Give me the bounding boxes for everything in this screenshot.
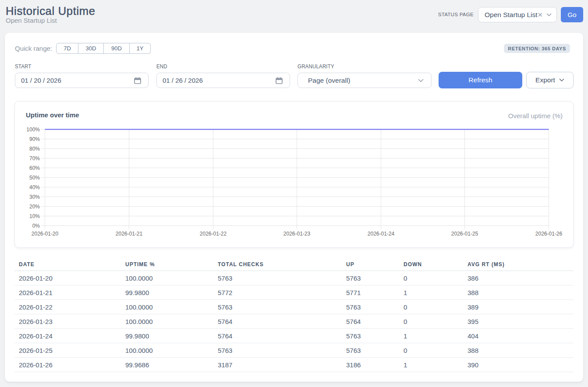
svg-text:90%: 90% (29, 136, 40, 142)
svg-text:2026-01-21: 2026-01-21 (116, 231, 143, 237)
svg-text:40%: 40% (29, 184, 40, 190)
svg-text:70%: 70% (29, 155, 40, 162)
svg-text:0%: 0% (32, 223, 40, 229)
svg-text:2026-01-23: 2026-01-23 (283, 231, 311, 237)
svg-text:2026-01-22: 2026-01-22 (200, 231, 227, 237)
svg-text:60%: 60% (29, 165, 40, 171)
svg-text:2026-01-26: 2026-01-26 (535, 231, 563, 237)
svg-text:100%: 100% (26, 127, 40, 133)
svg-text:20%: 20% (29, 204, 40, 210)
svg-text:80%: 80% (29, 146, 40, 152)
svg-text:30%: 30% (29, 194, 40, 200)
svg-text:2026-01-20: 2026-01-20 (32, 231, 59, 237)
svg-text:2026-01-25: 2026-01-25 (451, 231, 478, 237)
svg-text:50%: 50% (29, 175, 40, 181)
svg-text:10%: 10% (29, 213, 40, 219)
svg-text:2026-01-24: 2026-01-24 (368, 231, 395, 237)
